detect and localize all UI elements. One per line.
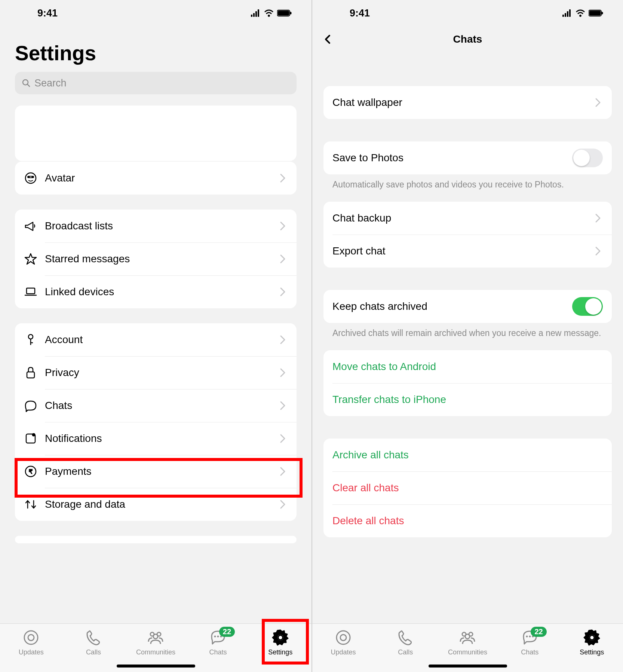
row-label-transfer-iphone: Transfer chats to iPhone bbox=[332, 394, 603, 406]
chats-settings-screen: 9:41 Chats Chat wallpaper Save to Photos bbox=[312, 0, 623, 672]
search-placeholder: Search bbox=[34, 77, 67, 89]
search-input[interactable]: Search bbox=[15, 72, 297, 94]
tab-communities[interactable]: Communities bbox=[439, 629, 495, 656]
tab-label-communities: Communities bbox=[448, 648, 487, 656]
row-chat-backup[interactable]: Chat backup bbox=[323, 202, 612, 235]
chats-content: Chat wallpaper Save to Photos Automatica… bbox=[312, 52, 623, 623]
tab-updates[interactable]: Updates bbox=[3, 629, 59, 656]
row-move-to-android[interactable]: Move chats to Android bbox=[323, 350, 612, 383]
status-icons bbox=[251, 9, 293, 17]
toggle-keep-archived[interactable] bbox=[572, 297, 603, 316]
toggle-save-to-photos[interactable] bbox=[572, 149, 603, 167]
settings-screen: 9:41 Settings Search Avatar Broadcast li… bbox=[0, 0, 312, 672]
signal-icon bbox=[251, 9, 261, 17]
gear-icon bbox=[583, 629, 601, 646]
row-label-move-android: Move chats to Android bbox=[332, 361, 603, 373]
row-label-export: Export chat bbox=[332, 245, 593, 257]
updates-icon bbox=[335, 629, 352, 646]
group-wallpaper: Chat wallpaper bbox=[323, 86, 612, 119]
tab-label-communities: Communities bbox=[136, 648, 175, 656]
key-icon bbox=[24, 333, 45, 346]
row-chat-wallpaper[interactable]: Chat wallpaper bbox=[323, 86, 612, 119]
row-linked-devices[interactable]: Linked devices bbox=[15, 275, 297, 308]
row-label-privacy: Privacy bbox=[45, 367, 278, 379]
search-icon bbox=[22, 79, 31, 88]
row-delete-all[interactable]: Delete all chats bbox=[323, 504, 612, 537]
row-save-to-photos[interactable]: Save to Photos bbox=[323, 141, 612, 174]
row-label-linked: Linked devices bbox=[45, 286, 278, 298]
row-keep-archived[interactable]: Keep chats archived bbox=[323, 290, 612, 323]
row-account[interactable]: Account bbox=[15, 323, 297, 356]
row-label-storage: Storage and data bbox=[45, 498, 278, 510]
row-privacy[interactable]: Privacy bbox=[15, 356, 297, 389]
group-save-photos: Save to Photos bbox=[323, 141, 612, 174]
phone-icon bbox=[397, 629, 414, 646]
row-archive-all[interactable]: Archive all chats bbox=[323, 439, 612, 471]
rupee-icon bbox=[24, 465, 45, 478]
battery-icon bbox=[277, 9, 293, 17]
home-indicator bbox=[117, 665, 195, 668]
row-label-payments: Payments bbox=[45, 465, 278, 477]
chevron-right-icon bbox=[278, 433, 288, 444]
row-clear-all[interactable]: Clear all chats bbox=[323, 471, 612, 504]
row-transfer-to-iphone[interactable]: Transfer chats to iPhone bbox=[323, 383, 612, 416]
row-label-wallpaper: Chat wallpaper bbox=[332, 97, 593, 109]
tab-updates[interactable]: Updates bbox=[315, 629, 371, 656]
group-destructive: Archive all chats Clear all chats Delete… bbox=[323, 439, 612, 537]
status-time: 9:41 bbox=[350, 7, 370, 19]
chevron-right-icon bbox=[278, 221, 288, 231]
row-starred-messages[interactable]: Starred messages bbox=[15, 242, 297, 275]
row-label-save-photos: Save to Photos bbox=[332, 152, 572, 164]
tab-communities[interactable]: Communities bbox=[128, 629, 184, 656]
megaphone-icon bbox=[24, 219, 45, 233]
tab-calls[interactable]: Calls bbox=[377, 629, 433, 656]
row-notifications[interactable]: Notifications bbox=[15, 422, 297, 455]
gear-icon bbox=[272, 629, 289, 646]
tab-label-calls: Calls bbox=[86, 648, 101, 656]
chats-badge: 22 bbox=[531, 627, 546, 637]
laptop-icon bbox=[24, 285, 45, 299]
group-partial-next bbox=[15, 536, 297, 543]
chevron-right-icon bbox=[278, 173, 288, 183]
tab-label-calls: Calls bbox=[398, 648, 413, 656]
chevron-right-icon bbox=[593, 213, 603, 223]
chat-icon bbox=[24, 399, 45, 412]
group-transfer: Move chats to Android Transfer chats to … bbox=[323, 350, 612, 416]
tab-label-updates: Updates bbox=[19, 648, 44, 656]
group-account-settings: Account Privacy Chats Notifications Paym bbox=[15, 323, 297, 521]
row-label-archive-all: Archive all chats bbox=[332, 449, 603, 461]
tab-calls[interactable]: Calls bbox=[65, 629, 122, 656]
chevron-right-icon bbox=[278, 499, 288, 510]
phone-icon bbox=[85, 629, 102, 646]
row-export-chat[interactable]: Export chat bbox=[323, 235, 612, 268]
row-payments[interactable]: Payments bbox=[15, 455, 297, 488]
tab-chats[interactable]: 22 Chats bbox=[502, 629, 558, 656]
row-chats[interactable]: Chats bbox=[15, 389, 297, 422]
group-lists: Broadcast lists Starred messages Linked … bbox=[15, 210, 297, 308]
row-avatar[interactable]: Avatar bbox=[15, 162, 297, 195]
tab-settings[interactable]: Settings bbox=[564, 629, 620, 656]
tab-settings[interactable]: Settings bbox=[252, 629, 309, 656]
row-label-delete-all: Delete all chats bbox=[332, 515, 603, 527]
tab-label-settings: Settings bbox=[268, 648, 292, 656]
chevron-right-icon bbox=[278, 367, 288, 378]
nav-header: Chats bbox=[312, 26, 623, 52]
settings-content: Avatar Broadcast lists Starred messages … bbox=[0, 106, 312, 623]
row-label-clear-all: Clear all chats bbox=[332, 482, 603, 494]
chevron-right-icon bbox=[593, 97, 603, 108]
profile-card[interactable] bbox=[15, 106, 297, 161]
row-label-account: Account bbox=[45, 334, 278, 346]
home-indicator bbox=[429, 665, 507, 668]
chevron-right-icon bbox=[278, 254, 288, 264]
tab-bar: Updates Calls Communities 22 Chats Setti… bbox=[0, 623, 312, 672]
nav-title: Chats bbox=[312, 33, 623, 45]
row-label-broadcast: Broadcast lists bbox=[45, 220, 278, 232]
row-label-chats: Chats bbox=[45, 400, 278, 412]
back-button[interactable] bbox=[320, 32, 335, 47]
row-broadcast-lists[interactable]: Broadcast lists bbox=[15, 210, 297, 242]
row-storage-and-data[interactable]: Storage and data bbox=[15, 488, 297, 521]
row-label-backup: Chat backup bbox=[332, 212, 593, 224]
chats-badge: 22 bbox=[219, 627, 235, 637]
tab-chats[interactable]: 22 Chats bbox=[190, 629, 246, 656]
chevron-right-icon bbox=[278, 400, 288, 411]
